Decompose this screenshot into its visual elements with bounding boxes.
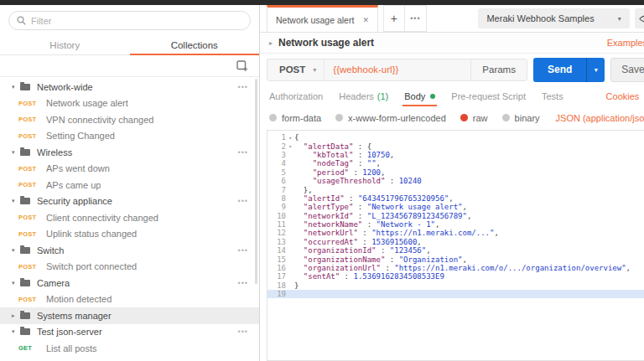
examples-dropdown[interactable]: Examples (1) ▾ — [607, 38, 644, 48]
tab-tests[interactable]: Tests — [542, 85, 564, 107]
tree-folder-security-appliance[interactable]: ▾Security appliance••• — [0, 193, 259, 210]
json-punct: : — [345, 194, 358, 203]
tree-request-list-posts-filtered-alerttype-network-usage-alert[interactable]: GETList posts filtered alertType - Netwo… — [0, 357, 259, 361]
json-punct: , — [449, 194, 453, 203]
tree-request-vpn-connectivity-changed[interactable]: POSTVPN connectivity changed — [0, 111, 259, 128]
json-punct: : — [385, 255, 398, 264]
code-line-13[interactable]: 13 "occurredAt" : 1536915600, — [267, 238, 644, 246]
code-content: "period" : 1200, — [294, 168, 385, 177]
json-punct: , — [417, 238, 421, 246]
tree-folder-systems-manager[interactable]: ▸Systems manager — [0, 307, 259, 324]
code-line-19[interactable]: 19 — [267, 290, 644, 298]
sidebar-scrollbar[interactable] — [255, 79, 257, 284]
code-line-15[interactable]: 15 "organizationName" : "Organization", — [267, 255, 644, 263]
tree-request-uplink-status-changed[interactable]: POSTUplink status changed — [0, 226, 259, 243]
code-line-12[interactable]: 12 "networkUrl" : "https://n1.meraki.com… — [267, 229, 644, 237]
json-punct: : — [358, 238, 371, 246]
code-content: "organizationName" : "Organization", — [294, 255, 467, 264]
tree-request-list-all-posts[interactable]: GETList all posts — [0, 340, 259, 357]
method-badge: POST — [18, 165, 39, 173]
code-line-10[interactable]: 10 "networkId" : "L_123456789123456789", — [267, 212, 644, 220]
tree-request-motion-detected[interactable]: POSTMotion detected — [0, 291, 259, 308]
body-type-form-data[interactable]: form-data — [269, 113, 321, 123]
new-collection-icon[interactable] — [236, 60, 248, 72]
tree-request-network-usage-alert[interactable]: POSTNetwork usage alert — [0, 95, 259, 112]
filter-input[interactable] — [31, 16, 242, 26]
caret-down-icon[interactable]: ▾ — [12, 149, 20, 156]
item-options-icon[interactable]: ••• — [238, 279, 248, 287]
code-line-4[interactable]: 4 "nodeTag" : "", — [267, 159, 644, 168]
tab-pre-request-script[interactable]: Pre-request Script — [451, 85, 526, 107]
item-options-icon[interactable]: ••• — [238, 246, 248, 255]
item-options-icon[interactable]: ••• — [238, 148, 248, 157]
sidebar-tab-collections[interactable]: Collections — [130, 35, 260, 54]
code-line-7[interactable]: 7 }, — [267, 185, 644, 193]
body-type-binary[interactable]: binary — [502, 113, 540, 123]
cookies-link[interactable]: Cookies — [606, 91, 640, 101]
more-icon[interactable]: ••• — [404, 6, 426, 31]
line-number: 9 — [267, 203, 286, 211]
line-number: 6 — [267, 177, 286, 185]
url-input[interactable] — [325, 64, 470, 75]
tree-request-aps-went-down[interactable]: POSTAPs went down — [0, 161, 259, 178]
request-tab[interactable]: Network usage alert ✕ — [267, 5, 378, 32]
caret-down-icon[interactable]: ▾ — [12, 84, 20, 90]
line-number: 2 — [267, 142, 286, 151]
tree-request-switch-port-connected[interactable]: POSTSwitch port connected — [0, 259, 259, 276]
environment-area: Meraki Webhook Samples ▾ ⚙ — [478, 5, 644, 32]
item-options-icon[interactable]: ••• — [238, 327, 248, 336]
tree-request-aps-came-up[interactable]: POSTAPs came up — [0, 177, 259, 193]
method-selector[interactable]: POST ▾ — [267, 59, 325, 80]
tree-folder-camera[interactable]: ▾Camera••• — [0, 275, 259, 291]
filter-box[interactable] — [8, 11, 251, 30]
tree-folder-wireless[interactable]: ▾Wireless••• — [0, 144, 259, 161]
tab-headers[interactable]: Headers (1) — [339, 85, 388, 107]
code-line-2[interactable]: 2▾ "alertData" : { — [267, 142, 644, 150]
code-line-16[interactable]: 16 "organizationUrl" : "https://n1.merak… — [267, 264, 644, 272]
code-line-8[interactable]: 8 "alertId" : "643451796765320956", — [267, 194, 644, 203]
item-options-icon[interactable]: ••• — [238, 83, 248, 91]
tree-request-setting-changed[interactable]: POSTSetting Changed — [0, 128, 259, 145]
code-line-11[interactable]: 11 "networkName" : "Network - 1", — [267, 220, 644, 229]
environment-selector[interactable]: Meraki Webhook Samples ▾ — [478, 8, 629, 28]
request-bar: POST ▾ Params Send ▾ Save ▾ — [260, 54, 644, 85]
code-line-5[interactable]: 5 "period" : 1200, — [267, 168, 644, 177]
close-icon[interactable]: ✕ — [362, 16, 369, 24]
method-badge: POST — [18, 132, 39, 140]
body-editor[interactable]: 1▾{2▾ "alertData" : {3 "kbTotal" : 10750… — [267, 130, 644, 361]
tab-authorization[interactable]: Authorization — [269, 85, 323, 107]
code-line-18[interactable]: 18} — [267, 281, 644, 290]
content-type-selector[interactable]: JSON (application/json) ▾ — [556, 113, 644, 123]
tree-request-client-connectivity-changed[interactable]: POSTClient connectivity changed — [0, 209, 259, 226]
caret-right-icon[interactable]: ▸ — [269, 39, 273, 47]
code-line-14[interactable]: 14 "organizationId" : "123456", — [267, 246, 644, 255]
sidebar-tab-history[interactable]: History — [0, 35, 130, 54]
body-type-x-www-form-urlencoded[interactable]: x-www-form-urlencoded — [335, 113, 446, 123]
request-label: APs went down — [46, 163, 110, 173]
code-line-17[interactable]: 17 "sentAt" : 1.5369162834508533E9 — [267, 272, 644, 281]
environment-quicklook-button[interactable] — [635, 8, 644, 28]
caret-down-icon[interactable]: ▾ — [12, 328, 20, 335]
caret-down-icon[interactable]: ▾ — [12, 247, 20, 254]
tree-folder-switch[interactable]: ▾Switch••• — [0, 242, 259, 259]
code-line-6[interactable]: 6 "usageThreshold" : 10240 — [267, 177, 644, 185]
item-options-icon[interactable]: ••• — [238, 197, 248, 205]
add-tab-icon[interactable]: + — [384, 6, 404, 31]
json-punct: : — [362, 220, 376, 229]
body-type-raw[interactable]: raw — [460, 113, 488, 123]
send-button[interactable]: Send — [533, 58, 586, 82]
request-label: Uplink status changed — [46, 229, 137, 239]
params-button[interactable]: Params — [470, 59, 527, 80]
caret-down-icon[interactable]: ▾ — [12, 280, 20, 286]
code-line-9[interactable]: 9 "alertType" : "Network usage alert", — [267, 203, 644, 211]
caret-right-icon[interactable]: ▸ — [12, 312, 20, 319]
tree-folder-network-wide[interactable]: ▾Network-wide••• — [0, 79, 259, 95]
tab-body[interactable]: Body — [404, 85, 435, 107]
send-options-caret[interactable]: ▾ — [586, 58, 605, 82]
code-line-3[interactable]: 3 "kbTotal" : 10750, — [267, 151, 644, 159]
code-line-1[interactable]: 1▾{ — [267, 133, 644, 142]
save-button[interactable]: Save — [611, 59, 644, 81]
caret-down-icon[interactable]: ▾ — [12, 198, 20, 204]
tree-folder-test-json-server[interactable]: ▾Test json-server••• — [0, 324, 259, 341]
method-badge: POST — [18, 263, 39, 271]
